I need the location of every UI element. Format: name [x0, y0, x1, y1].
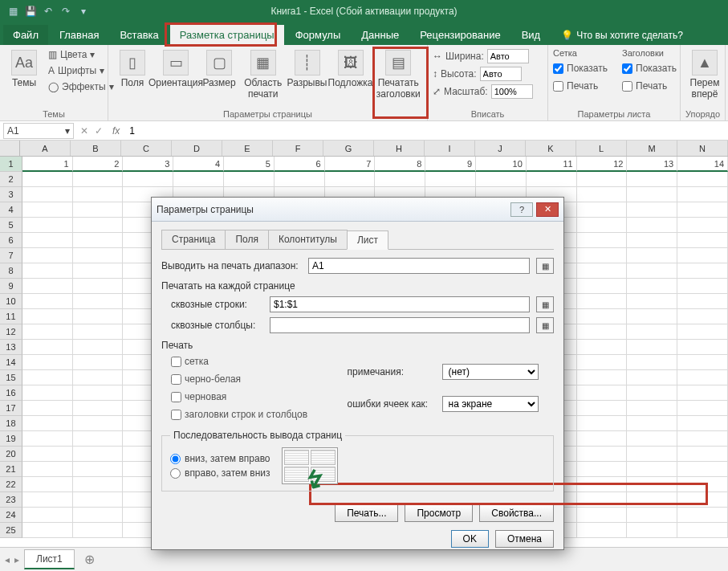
print-bw-check[interactable]: черно-белая: [171, 372, 323, 386]
undo-icon[interactable]: ↶: [42, 5, 55, 18]
row-header[interactable]: 22: [0, 477, 22, 492]
cell[interactable]: [425, 172, 476, 187]
dlg-tab-margins[interactable]: Поля: [225, 230, 269, 249]
bring-forward-button[interactable]: ▲Перем вперё: [685, 48, 724, 101]
cell[interactable]: [627, 187, 677, 202]
print-headings-check[interactable]: заголовки строк и столбцов: [171, 407, 323, 422]
cell[interactable]: [677, 416, 728, 431]
column-header[interactable]: C: [121, 141, 172, 156]
cell[interactable]: [577, 263, 628, 279]
row-header[interactable]: 2: [0, 172, 22, 187]
cell[interactable]: [22, 355, 73, 370]
cell[interactable]: [677, 263, 728, 279]
cell[interactable]: [325, 172, 376, 187]
column-header[interactable]: J: [475, 141, 526, 156]
cell[interactable]: [476, 172, 527, 187]
chevron-down-icon[interactable]: ▾: [65, 125, 70, 137]
cell[interactable]: [22, 447, 73, 462]
cell[interactable]: [577, 324, 628, 340]
fx-icon[interactable]: fx: [112, 125, 120, 137]
range-picker-icon[interactable]: ▦: [536, 258, 554, 274]
cell[interactable]: [22, 172, 73, 187]
row-header[interactable]: 13: [0, 340, 22, 355]
cell[interactable]: [577, 401, 628, 416]
cell[interactable]: [73, 309, 124, 324]
column-header[interactable]: E: [222, 141, 273, 156]
cell[interactable]: [22, 248, 73, 263]
cancel-icon[interactable]: ✕: [80, 125, 88, 137]
cell[interactable]: [627, 248, 677, 263]
cell[interactable]: [677, 218, 728, 233]
cell[interactable]: [73, 187, 124, 202]
cell[interactable]: [527, 172, 577, 187]
cell[interactable]: 12: [577, 157, 628, 172]
cell[interactable]: [73, 340, 124, 355]
cell[interactable]: [22, 340, 73, 355]
cell[interactable]: [627, 385, 677, 401]
cell[interactable]: [677, 370, 728, 385]
row-header[interactable]: 7: [0, 248, 22, 263]
cell[interactable]: [677, 324, 728, 340]
dlg-tab-page[interactable]: Страница: [161, 230, 226, 249]
effects-dropdown[interactable]: ◯Эффекты▾: [48, 80, 114, 93]
cell[interactable]: [677, 523, 728, 538]
cell[interactable]: [22, 416, 73, 431]
cell[interactable]: [224, 172, 275, 187]
cell[interactable]: [577, 416, 628, 431]
cell[interactable]: [577, 462, 628, 477]
enter-icon[interactable]: ✓: [95, 125, 103, 137]
cell[interactable]: [577, 279, 628, 294]
row-header[interactable]: 16: [0, 385, 22, 401]
cell[interactable]: [577, 218, 628, 233]
column-header[interactable]: A: [20, 141, 71, 156]
cell[interactable]: [577, 447, 628, 462]
cell[interactable]: [73, 385, 124, 401]
cell[interactable]: [22, 309, 73, 324]
cell[interactable]: [22, 370, 73, 385]
cell[interactable]: [22, 385, 73, 401]
cell[interactable]: 10: [476, 157, 527, 172]
name-box[interactable]: A1▾: [3, 123, 74, 139]
cell[interactable]: 11: [527, 157, 577, 172]
cell[interactable]: [73, 218, 124, 233]
row-header[interactable]: 23: [0, 492, 22, 508]
cell[interactable]: [627, 309, 677, 324]
grid-view-check[interactable]: Показать: [553, 61, 608, 75]
row-header[interactable]: 24: [0, 508, 22, 523]
dialog-titlebar[interactable]: Параметры страницы ? ✕: [152, 198, 563, 222]
cell[interactable]: [627, 324, 677, 340]
order-down-radio[interactable]: вниз, затем вправо: [170, 453, 270, 464]
row-header[interactable]: 19: [0, 431, 22, 447]
row-header[interactable]: 18: [0, 416, 22, 431]
cell[interactable]: [275, 172, 325, 187]
cell[interactable]: [123, 172, 173, 187]
cell[interactable]: [677, 233, 728, 248]
cell[interactable]: [375, 172, 425, 187]
row-header[interactable]: 25: [0, 523, 22, 538]
row-header[interactable]: 21: [0, 462, 22, 477]
cell[interactable]: [22, 294, 73, 309]
cell[interactable]: [627, 233, 677, 248]
cell[interactable]: [677, 385, 728, 401]
ok-button[interactable]: OK: [451, 530, 489, 548]
redo-icon[interactable]: ↷: [59, 5, 72, 18]
column-header[interactable]: F: [273, 141, 323, 156]
cell[interactable]: [677, 202, 728, 218]
cell[interactable]: [577, 385, 628, 401]
cell[interactable]: [73, 263, 124, 279]
cell[interactable]: [173, 172, 224, 187]
cell[interactable]: 7: [325, 157, 376, 172]
close-button[interactable]: ✕: [536, 202, 559, 217]
cell[interactable]: [677, 431, 728, 447]
column-header[interactable]: K: [526, 141, 576, 156]
cell[interactable]: [577, 370, 628, 385]
tab-nav-next-icon[interactable]: ▸: [14, 554, 19, 565]
cell[interactable]: [73, 462, 124, 477]
column-header[interactable]: D: [172, 141, 222, 156]
cell[interactable]: [677, 462, 728, 477]
cell[interactable]: [577, 248, 628, 263]
range-picker-icon[interactable]: ▦: [536, 296, 554, 312]
orientation-button[interactable]: ▭Ориентация: [157, 48, 195, 90]
cell[interactable]: [73, 447, 124, 462]
cell[interactable]: [22, 187, 73, 202]
